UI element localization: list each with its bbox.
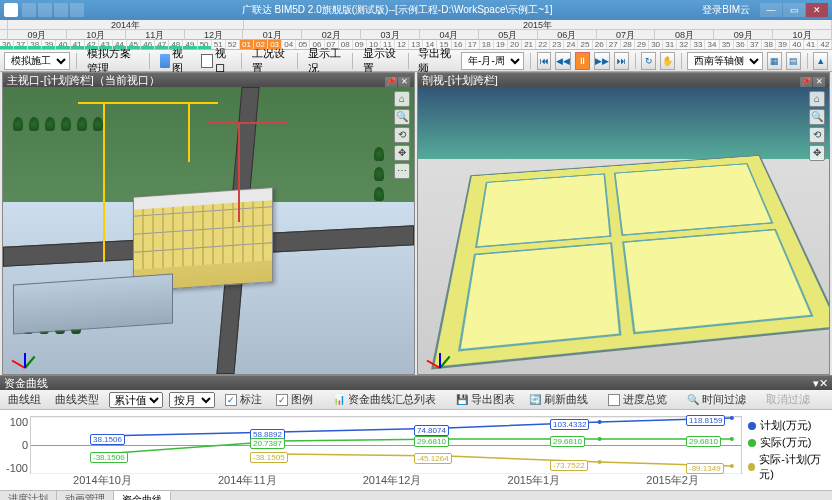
week-cell[interactable]: 22 xyxy=(536,40,550,49)
vp2-close-icon[interactable]: ✕ xyxy=(813,77,825,87)
week-cell[interactable]: 41 xyxy=(71,40,85,49)
main-viewport-3d[interactable]: ⌂ 🔍 ⟲ ✥ ⋯ xyxy=(3,87,414,374)
export-chart-button[interactable]: 💾 导出图表 xyxy=(452,392,519,408)
week-cell[interactable]: 40 xyxy=(56,40,70,49)
viewport-button[interactable]: 视口 xyxy=(197,52,235,70)
week-cell[interactable]: 16 xyxy=(452,40,466,49)
week-cell[interactable]: 20 xyxy=(508,40,522,49)
week-cell[interactable]: 17 xyxy=(466,40,480,49)
minimize-button[interactable]: — xyxy=(760,3,782,17)
week-cell[interactable]: 41 xyxy=(804,40,818,49)
view-button[interactable]: 视图 xyxy=(156,52,194,70)
week-cell[interactable]: 24 xyxy=(564,40,578,49)
week-cell[interactable]: 37 xyxy=(14,40,28,49)
vp-tool-pan-icon[interactable]: ✥ xyxy=(394,145,410,161)
qa-btn-3[interactable] xyxy=(54,3,68,17)
week-cell[interactable]: 42 xyxy=(85,40,99,49)
week-cell[interactable]: 19 xyxy=(494,40,508,49)
timeline-weeks[interactable]: 3637383940414243444546474849505152010203… xyxy=(0,40,832,50)
week-cell[interactable]: 25 xyxy=(578,40,592,49)
curve-type-dd[interactable]: 曲线类型 xyxy=(51,392,103,408)
week-cell[interactable]: 09 xyxy=(353,40,367,49)
week-cell[interactable]: 42 xyxy=(818,40,832,49)
week-cell[interactable]: 50 xyxy=(198,40,212,49)
week-cell[interactable]: 13 xyxy=(409,40,423,49)
vp-tool-home-icon[interactable]: ⌂ xyxy=(394,91,410,107)
week-cell[interactable]: 14 xyxy=(423,40,437,49)
vp-tool-zoom-icon[interactable]: 🔍 xyxy=(394,109,410,125)
week-cell[interactable]: 40 xyxy=(790,40,804,49)
qa-btn-2[interactable] xyxy=(38,3,52,17)
export-video-button[interactable]: 导出视频 xyxy=(414,52,457,70)
cloud-login-link[interactable]: 登录BIM云 xyxy=(702,3,750,17)
time-format-select[interactable]: 年-月-周 xyxy=(461,52,524,70)
week-cell[interactable]: 21 xyxy=(522,40,536,49)
nav-last-button[interactable]: ⏭ xyxy=(614,52,629,70)
week-cell[interactable]: 37 xyxy=(748,40,762,49)
section-viewport-3d[interactable]: ⌂ 🔍 ⟲ ✥ xyxy=(418,87,829,374)
tool-extra3-button[interactable]: ▲ xyxy=(813,52,828,70)
time-filter-button[interactable]: 🔍 时间过滤 xyxy=(683,392,750,408)
legend-check[interactable]: ✓图例 xyxy=(272,392,317,408)
nav-next-button[interactable]: ▶▶ xyxy=(594,52,610,70)
mode-select[interactable]: 模拟施工 xyxy=(4,52,70,70)
week-cell[interactable]: 48 xyxy=(169,40,183,49)
week-cell[interactable]: 18 xyxy=(480,40,494,49)
week-cell[interactable]: 43 xyxy=(99,40,113,49)
cancel-filter-button[interactable]: 取消过滤 xyxy=(762,392,814,408)
camera-select[interactable]: 西南等轴侧 xyxy=(687,52,763,70)
week-cell[interactable]: 34 xyxy=(705,40,719,49)
accumulate-select[interactable]: 累计值 xyxy=(109,392,163,408)
maximize-button[interactable]: ▭ xyxy=(783,3,805,17)
nav-play-button[interactable]: ⏸ xyxy=(575,52,590,70)
week-cell[interactable]: 36 xyxy=(734,40,748,49)
week-cell[interactable]: 04 xyxy=(282,40,296,49)
week-cell[interactable]: 39 xyxy=(42,40,56,49)
tool-pan-button[interactable]: ✋ xyxy=(660,52,675,70)
summary-table-button[interactable]: 📊 资金曲线汇总列表 xyxy=(329,392,440,408)
worker-setting-button[interactable]: 工况设置 xyxy=(248,52,291,70)
week-cell[interactable]: 36 xyxy=(0,40,14,49)
week-cell[interactable]: 52 xyxy=(226,40,240,49)
week-cell[interactable]: 33 xyxy=(691,40,705,49)
week-cell[interactable]: 31 xyxy=(663,40,677,49)
week-cell[interactable]: 03 xyxy=(268,40,282,49)
nav-prev-button[interactable]: ◀◀ xyxy=(555,52,571,70)
tool-extra1-button[interactable]: ▦ xyxy=(767,52,782,70)
week-cell[interactable]: 06 xyxy=(310,40,324,49)
by-month-select[interactable]: 按月 xyxy=(169,392,215,408)
vp2-tool-zoom-icon[interactable]: 🔍 xyxy=(809,109,825,125)
week-cell[interactable]: 12 xyxy=(395,40,409,49)
week-cell[interactable]: 01 xyxy=(240,40,254,49)
week-cell[interactable]: 32 xyxy=(677,40,691,49)
tab-curve[interactable]: 资金曲线 xyxy=(114,491,171,500)
tab-schedule[interactable]: 进度计划 xyxy=(0,491,57,500)
week-cell[interactable]: 38 xyxy=(762,40,776,49)
week-cell[interactable]: 30 xyxy=(649,40,663,49)
qa-btn-1[interactable] xyxy=(22,3,36,17)
week-cell[interactable]: 35 xyxy=(720,40,734,49)
week-cell[interactable]: 46 xyxy=(141,40,155,49)
week-cell[interactable]: 26 xyxy=(593,40,607,49)
vp-pin-icon[interactable]: 📌 xyxy=(385,77,397,87)
qa-btn-4[interactable] xyxy=(70,3,84,17)
refresh-button[interactable]: 🔄 刷新曲线 xyxy=(525,392,592,408)
vp-close-icon[interactable]: ✕ xyxy=(398,77,410,87)
tool-rotate-button[interactable]: ↻ xyxy=(641,52,656,70)
week-cell[interactable]: 28 xyxy=(621,40,635,49)
week-cell[interactable]: 07 xyxy=(325,40,339,49)
tool-extra2-button[interactable]: ▤ xyxy=(786,52,801,70)
display-setting-button[interactable]: 显示设置 xyxy=(359,52,402,70)
week-cell[interactable]: 38 xyxy=(28,40,42,49)
vp2-tool-pan-icon[interactable]: ✥ xyxy=(809,145,825,161)
week-cell[interactable]: 23 xyxy=(550,40,564,49)
week-cell[interactable]: 47 xyxy=(155,40,169,49)
vp2-tool-home-icon[interactable]: ⌂ xyxy=(809,91,825,107)
week-cell[interactable]: 49 xyxy=(183,40,197,49)
week-cell[interactable]: 11 xyxy=(381,40,395,49)
nav-first-button[interactable]: ⏮ xyxy=(537,52,552,70)
week-cell[interactable]: 08 xyxy=(339,40,353,49)
week-cell[interactable]: 02 xyxy=(254,40,268,49)
tab-animation[interactable]: 动画管理 xyxy=(57,491,114,500)
week-cell[interactable]: 45 xyxy=(127,40,141,49)
